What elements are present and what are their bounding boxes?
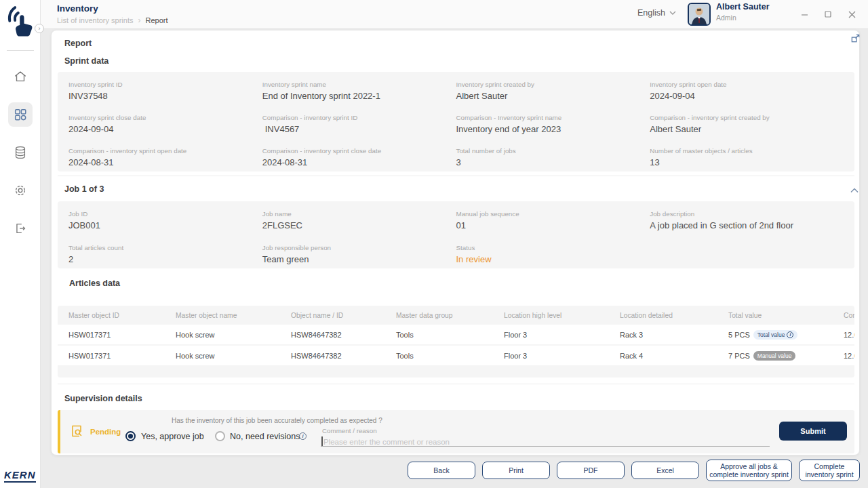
radio-no-label[interactable]: No, need revisions	[230, 432, 300, 441]
app-logo-touch-icon	[5, 3, 35, 38]
field-inventory-sprint-id: Inventory sprint IDINV37548	[68, 81, 262, 105]
field-comparison-sprint-open-date: Comparison - inventory sprint open date2…	[68, 147, 262, 171]
sidebar-item-home[interactable]	[13, 69, 28, 84]
logout-icon	[13, 221, 28, 236]
text-cursor	[321, 436, 323, 446]
sidebar: ›	[0, 0, 41, 488]
chevron-down-icon	[669, 11, 676, 15]
window-close-button[interactable]	[846, 8, 858, 20]
pending-review-icon	[70, 424, 83, 438]
articles-data-heading: Articles data	[69, 279, 120, 288]
sidebar-item-database[interactable]	[13, 145, 28, 160]
breadcrumb-parent[interactable]: List of inventory sprints	[57, 16, 134, 24]
field-inventory-sprint-created-by: Inventory sprint created byAlbert Sauter	[456, 81, 650, 105]
pdf-button[interactable]: PDF	[557, 462, 625, 479]
col-master-object-id: Master object ID	[68, 312, 176, 319]
table-row: HSW017371 Hook screw HSW84647382 Tools F…	[58, 346, 854, 365]
window-minimize-button[interactable]	[798, 8, 810, 20]
kern-brand-logo: KERN	[4, 469, 36, 483]
sidebar-divider	[7, 50, 34, 51]
sprint-data-heading: Sprint data	[64, 56, 108, 66]
top-bar: Inventory List of inventory sprints › Re…	[41, 0, 868, 29]
comment-label: Comment / reason	[322, 427, 377, 434]
field-job-name: Job name2FLGSEC	[262, 210, 456, 235]
home-icon	[13, 69, 28, 84]
approve-all-jobs-button[interactable]: Approve all jobs & complete inventory sp…	[706, 460, 792, 481]
field-number-of-master-objects: Number of master objects / articles13	[650, 147, 844, 171]
pending-status-label: Pending	[90, 428, 121, 436]
job-data-panel: Job IDJOB001 Job name2FLGSEC Manual job …	[58, 201, 854, 268]
window-maximize-button[interactable]	[822, 8, 834, 20]
field-comparison-sprint-created-by: Comparison - inventory sprint created by…	[650, 114, 844, 138]
footer-action-bar: Back Print PDF Excel Approve all jobs & …	[408, 460, 860, 481]
col-total-value: Total value	[728, 312, 844, 319]
field-job-description: Job descriptionA job placed in G section…	[650, 210, 844, 235]
sidebar-item-settings[interactable]	[13, 183, 28, 198]
supervision-heading: Supervision details	[64, 394, 142, 403]
breadcrumb-current: Report	[146, 16, 168, 24]
field-comparison-sprint-name: Comparison - Inventory sprint nameInvent…	[456, 114, 650, 138]
field-inventory-sprint-open-date: Inventory sprint open date2024-09-04	[650, 81, 844, 105]
breadcrumb-separator: ›	[138, 16, 141, 25]
field-comparison-sprint-id: Comparison - inventory sprint IDINV4567	[262, 114, 456, 138]
gear-icon	[13, 183, 28, 198]
sidebar-expand-button[interactable]: ›	[35, 24, 44, 33]
avatar[interactable]	[688, 3, 711, 26]
section-divider	[58, 384, 854, 384]
job-collapse-button[interactable]	[849, 185, 860, 196]
col-master-data-group: Master data group	[396, 312, 504, 319]
total-value-badge[interactable]: Total value i	[753, 330, 798, 340]
user-name: Albert Sauter	[716, 2, 770, 12]
col-object-name-id: Object name / ID	[291, 312, 396, 319]
language-label: English	[637, 8, 665, 18]
field-inventory-sprint-name: Inventory sprint nameEnd of Inventory sp…	[262, 81, 456, 105]
field-job-status: StatusIn review	[456, 244, 650, 269]
sidebar-item-dashboard[interactable]	[8, 102, 33, 127]
supervision-question: Has the inventory of this job been accur…	[172, 417, 382, 424]
manual-value-badge: Manual value	[753, 351, 796, 361]
comment-input[interactable]	[321, 436, 770, 447]
excel-button[interactable]: Excel	[631, 462, 699, 479]
table-row: HSW017371 Hook screw HSW84647382 Tools F…	[58, 325, 854, 344]
print-button[interactable]: Print	[482, 462, 550, 479]
submit-button[interactable]: Submit	[779, 422, 847, 441]
report-card: Report Sprint data Inventory sprint IDIN…	[51, 30, 860, 455]
field-job-id: Job IDJOB001	[68, 210, 262, 235]
info-icon[interactable]: i	[787, 331, 793, 338]
field-manual-job-sequence: Manual job sequence01	[456, 210, 650, 235]
complete-sprint-button[interactable]: Complete inventory sprint	[799, 460, 860, 481]
field-job-responsible-person: Job responsible personTeam green	[262, 244, 456, 269]
breadcrumb: List of inventory sprints › Report	[57, 16, 168, 25]
report-heading: Report	[64, 39, 92, 48]
supervision-panel: Pending Has the inventory of this job be…	[58, 410, 854, 453]
back-button[interactable]: Back	[408, 462, 475, 479]
articles-table: Master object ID Master object name Obje…	[58, 306, 854, 378]
info-icon[interactable]: i	[299, 432, 307, 440]
field-total-articles-count: Total articles count2	[68, 244, 262, 269]
table-header-row: Master object ID Master object name Obje…	[58, 306, 854, 325]
page-title: Inventory	[57, 3, 98, 14]
dashboard-grid-icon	[13, 107, 28, 122]
col-comparison-truncated: Com	[844, 312, 854, 319]
radio-yes-label[interactable]: Yes, approve job	[141, 432, 204, 441]
field-comparison-sprint-close-date: Comparison - inventory sprint close date…	[262, 147, 456, 171]
radio-no-revisions[interactable]	[215, 431, 225, 441]
user-role: Admin	[716, 14, 736, 22]
comment-field-wrap	[321, 435, 770, 447]
radio-yes-approve[interactable]	[125, 431, 136, 441]
field-total-number-of-jobs: Total number of jobs3	[456, 147, 650, 171]
expand-icon[interactable]	[850, 33, 861, 44]
section-divider	[58, 176, 854, 176]
col-location-high-level: Location high level	[504, 312, 620, 319]
sidebar-item-logout[interactable]	[13, 221, 28, 236]
sprint-data-panel: Inventory sprint IDINV37548 Inventory sp…	[58, 72, 854, 171]
language-selector[interactable]: English	[637, 8, 676, 18]
col-location-detailed: Location detailed	[620, 312, 728, 319]
field-inventory-sprint-close-date: Inventory sprint close date2024-09-04	[68, 114, 262, 138]
job-heading: Job 1 of 3	[64, 184, 104, 194]
database-icon	[13, 145, 28, 160]
col-master-object-name: Master object name	[176, 312, 291, 319]
status-badge: In review	[456, 254, 650, 264]
